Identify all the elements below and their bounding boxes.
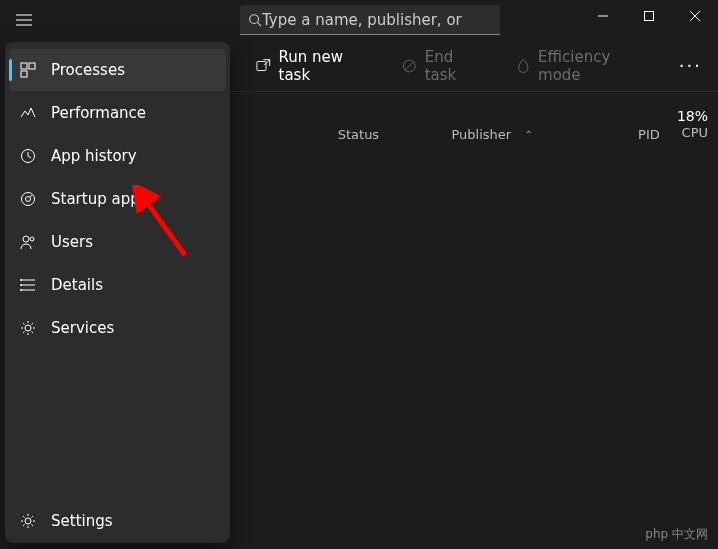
svg-point-6 — [22, 193, 35, 206]
svg-point-13 — [25, 325, 31, 331]
end-task-button[interactable]: End task — [394, 42, 491, 90]
svg-rect-3 — [29, 63, 35, 69]
col-header-pid[interactable]: PID — [606, 127, 660, 142]
nav-item-details[interactable]: Details — [9, 264, 226, 306]
nav-item-startup-apps[interactable]: Startup apps — [9, 178, 226, 220]
end-task-icon — [402, 58, 417, 74]
tool-btn-label: Run new task — [279, 48, 371, 84]
details-icon — [19, 276, 37, 294]
minimize-button[interactable] — [580, 0, 626, 32]
settings-icon — [19, 512, 37, 530]
search-box[interactable] — [240, 5, 500, 35]
search-wrap — [232, 0, 580, 40]
nav-item-label: Processes — [51, 61, 125, 79]
watermark: php 中文网 — [645, 526, 708, 543]
maximize-button[interactable] — [626, 0, 672, 32]
nav-item-label: Startup apps — [51, 190, 148, 208]
nav-panel: Processes Performance App history Startu… — [5, 42, 230, 543]
nav-item-label: App history — [51, 147, 137, 165]
window-controls — [580, 0, 718, 40]
col-header-label: Publisher — [452, 127, 512, 142]
search-input[interactable] — [262, 11, 492, 29]
nav-item-label: Performance — [51, 104, 146, 122]
nav-item-label: Details — [51, 276, 103, 294]
nav-item-processes[interactable]: Processes — [9, 49, 226, 91]
minimize-icon — [598, 11, 608, 21]
nav-item-services[interactable]: Services — [9, 307, 226, 349]
close-icon — [690, 11, 700, 21]
nav-item-label: Settings — [51, 512, 113, 530]
nav-item-label: Services — [51, 319, 114, 337]
col-header-cpu[interactable]: 18% CPU — [660, 107, 718, 142]
nav-items: Processes Performance App history Startu… — [5, 48, 230, 499]
performance-icon — [19, 104, 37, 122]
nav-item-app-history[interactable]: App history — [9, 135, 226, 177]
svg-point-9 — [30, 237, 34, 241]
col-header-publisher[interactable]: ⌃ Publisher — [452, 127, 606, 142]
svg-rect-15 — [257, 61, 266, 70]
titlebar-left — [0, 0, 232, 40]
maximize-icon — [644, 11, 654, 21]
svg-point-11 — [20, 284, 22, 286]
efficiency-mode-button[interactable]: Efficiency mode — [508, 42, 655, 90]
tool-btn-label: End task — [425, 48, 484, 84]
toolbar-more-button[interactable]: ··· — [671, 51, 710, 80]
run-new-task-button[interactable]: Run new task — [248, 42, 378, 90]
tool-btn-label: Efficiency mode — [538, 48, 647, 84]
hamburger-button[interactable] — [0, 0, 48, 40]
svg-point-7 — [26, 197, 31, 202]
close-button[interactable] — [672, 0, 718, 32]
processes-icon — [19, 61, 37, 79]
run-task-icon — [256, 58, 271, 74]
hamburger-icon — [16, 14, 32, 26]
services-icon — [19, 319, 37, 337]
svg-point-12 — [20, 289, 22, 291]
users-icon — [19, 233, 37, 251]
svg-point-0 — [250, 14, 259, 23]
nav-item-performance[interactable]: Performance — [9, 92, 226, 134]
efficiency-icon — [516, 58, 531, 74]
nav-item-label: Users — [51, 233, 93, 251]
nav-item-users[interactable]: Users — [9, 221, 226, 263]
svg-point-10 — [20, 279, 22, 281]
startup-icon — [19, 190, 37, 208]
cpu-total-pct: 18% — [660, 107, 708, 125]
titlebar — [0, 0, 718, 40]
svg-rect-1 — [645, 12, 654, 21]
svg-rect-2 — [21, 63, 27, 69]
sort-caret-icon: ⌃ — [524, 129, 532, 140]
svg-rect-4 — [21, 71, 27, 77]
nav-item-settings[interactable]: Settings — [9, 500, 226, 542]
col-header-label: CPU — [660, 125, 708, 142]
col-header-status[interactable]: Status — [338, 127, 452, 142]
history-icon — [19, 147, 37, 165]
svg-point-14 — [25, 518, 31, 524]
search-icon — [248, 13, 262, 27]
svg-point-8 — [23, 236, 29, 242]
